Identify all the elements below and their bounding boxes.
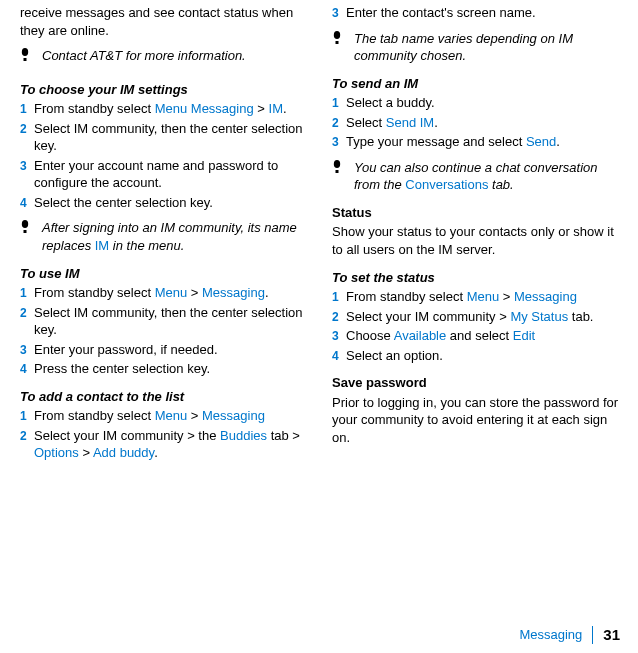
note-conversations: You can also continue a chat conversatio… <box>332 159 624 194</box>
step-number: 3 <box>332 133 346 150</box>
info-icon <box>332 160 346 183</box>
heading-use-im: To use IM <box>20 265 312 283</box>
intro-text: receive messages and see contact status … <box>20 4 312 39</box>
step-text: Select your IM community > My Status tab… <box>346 308 624 326</box>
step-text: Select a buddy. <box>346 94 624 112</box>
step-number: 3 <box>20 157 34 174</box>
list-add-contact: 1From standby select Menu > Messaging 2S… <box>20 407 312 462</box>
step-number: 1 <box>332 94 346 111</box>
step-item: 2Select your IM community > the Buddies … <box>20 427 312 462</box>
step-number: 4 <box>332 347 346 364</box>
step-item: 1Select a buddy. <box>332 94 624 112</box>
heading-save-password: Save password <box>332 374 624 392</box>
step-number: 2 <box>20 427 34 444</box>
right-column: 3Enter the contact's screen name. The ta… <box>332 4 624 470</box>
list-set-status: 1From standby select Menu > Messaging 2S… <box>332 288 624 364</box>
step-item: 4Select an option. <box>332 347 624 365</box>
step-item: 2Select IM community, then the center se… <box>20 304 312 339</box>
note-text: You can also continue a chat conversatio… <box>354 159 624 194</box>
step-text: Press the center selection key. <box>34 360 312 378</box>
list-choose-im: 1From standby select Menu Messaging > IM… <box>20 100 312 211</box>
step-text: From standby select Menu Messaging > IM. <box>34 100 312 118</box>
step-text: Select IM community, then the center sel… <box>34 120 312 155</box>
info-icon <box>332 31 346 54</box>
heading-set-status: To set the status <box>332 269 624 287</box>
step-number: 3 <box>332 4 346 21</box>
step-item: 3Enter the contact's screen name. <box>332 4 624 22</box>
svg-rect-7 <box>336 170 339 173</box>
step-number: 1 <box>332 288 346 305</box>
step-number: 2 <box>332 114 346 131</box>
step-number: 1 <box>20 284 34 301</box>
heading-send-im: To send an IM <box>332 75 624 93</box>
step-item: 3Type your message and select Send. <box>332 133 624 151</box>
footer-section: Messaging <box>519 626 582 644</box>
step-number: 2 <box>20 304 34 321</box>
note-text: The tab name varies depending on IM comm… <box>354 30 624 65</box>
page-number: 31 <box>603 625 620 645</box>
step-item: 3Enter your password, if needed. <box>20 341 312 359</box>
svg-point-6 <box>334 160 340 168</box>
step-item: 4Press the center selection key. <box>20 360 312 378</box>
list-send-im: 1Select a buddy. 2Select Send IM. 3Type … <box>332 94 624 151</box>
step-number: 4 <box>20 194 34 211</box>
svg-rect-1 <box>24 58 27 61</box>
note-att: Contact AT&T for more information. <box>20 47 312 71</box>
footer-divider <box>592 626 593 644</box>
step-number: 1 <box>20 100 34 117</box>
note-text: After signing into an IM community, its … <box>42 219 312 254</box>
step-text: Choose Available and select Edit <box>346 327 624 345</box>
heading-choose-im-settings: To choose your IM settings <box>20 81 312 99</box>
step-item: 1From standby select Menu > Messaging <box>332 288 624 306</box>
step-text: Select the center selection key. <box>34 194 312 212</box>
svg-point-2 <box>22 220 28 228</box>
step-item: 2Select Send IM. <box>332 114 624 132</box>
note-text: Contact AT&T for more information. <box>42 47 312 65</box>
step-item: 2Select your IM community > My Status ta… <box>332 308 624 326</box>
step-item: 2Select IM community, then the center se… <box>20 120 312 155</box>
step-text: Select IM community, then the center sel… <box>34 304 312 339</box>
step-item: 3Choose Available and select Edit <box>332 327 624 345</box>
note-im-community: After signing into an IM community, its … <box>20 219 312 254</box>
info-icon <box>20 48 34 71</box>
step-text: From standby select Menu > Messaging <box>346 288 624 306</box>
step-item: 4Select the center selection key. <box>20 194 312 212</box>
step-text: Select Send IM. <box>346 114 624 132</box>
svg-point-4 <box>334 31 340 39</box>
svg-rect-3 <box>24 230 27 233</box>
step-item: 1From standby select Menu > Messaging <box>20 407 312 425</box>
info-icon <box>20 220 34 243</box>
step-text: From standby select Menu > Messaging <box>34 407 312 425</box>
step-text: Select an option. <box>346 347 624 365</box>
step-number: 3 <box>332 327 346 344</box>
page-footer: Messaging 31 <box>519 625 620 645</box>
step-text: From standby select Menu > Messaging. <box>34 284 312 302</box>
heading-status: Status <box>332 204 624 222</box>
list-add-contact-cont: 3Enter the contact's screen name. <box>332 4 624 22</box>
svg-point-0 <box>22 48 28 56</box>
heading-add-contact: To add a contact to the list <box>20 388 312 406</box>
step-text: Enter your account name and password to … <box>34 157 312 192</box>
step-item: 1From standby select Menu > Messaging. <box>20 284 312 302</box>
step-item: 1From standby select Menu Messaging > IM… <box>20 100 312 118</box>
list-use-im: 1From standby select Menu > Messaging. 2… <box>20 284 312 378</box>
svg-rect-5 <box>336 41 339 44</box>
step-item: 3Enter your account name and password to… <box>20 157 312 192</box>
step-text: Type your message and select Send. <box>346 133 624 151</box>
step-text: Select your IM community > the Buddies t… <box>34 427 312 462</box>
step-number: 2 <box>20 120 34 137</box>
step-number: 1 <box>20 407 34 424</box>
left-column: receive messages and see contact status … <box>20 4 312 470</box>
note-tab-name: The tab name varies depending on IM comm… <box>332 30 624 65</box>
step-number: 4 <box>20 360 34 377</box>
document-page: receive messages and see contact status … <box>0 0 638 470</box>
step-text: Enter your password, if needed. <box>34 341 312 359</box>
save-password-description: Prior to logging in, you can store the p… <box>332 394 624 447</box>
step-number: 2 <box>332 308 346 325</box>
status-description: Show your status to your contacts only o… <box>332 223 624 258</box>
step-number: 3 <box>20 341 34 358</box>
step-text: Enter the contact's screen name. <box>346 4 624 22</box>
